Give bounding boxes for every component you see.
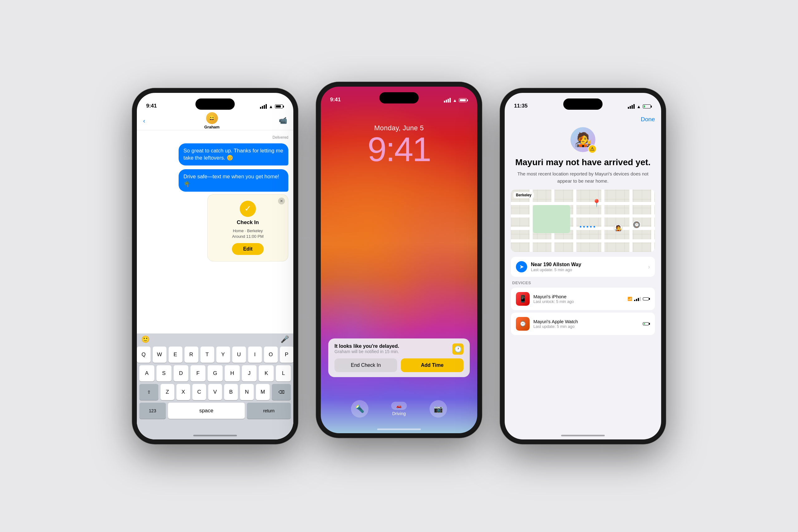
key-delete[interactable]: ⌫ (272, 384, 291, 400)
phone-lockscreen: 9:41 ▲ (317, 82, 481, 438)
chevron-right-icon: › (648, 264, 650, 270)
status-icons-3: ▲ (628, 104, 652, 109)
video-call-button[interactable]: 📹 (279, 117, 287, 125)
back-button[interactable]: ‹ (143, 117, 145, 125)
status-time-1: 9:41 (146, 103, 157, 109)
driving-indicator: 🚗 Driving (391, 402, 407, 416)
key-k[interactable]: K (259, 365, 274, 381)
key-u[interactable]: U (232, 346, 246, 363)
device-watch-card: ⌚ Mayuri's Apple Watch Last update: 5 mi… (511, 312, 655, 335)
done-button[interactable]: Done (641, 116, 655, 123)
key-return[interactable]: return (247, 403, 291, 419)
key-y[interactable]: Y (216, 346, 230, 363)
key-v[interactable]: V (208, 384, 222, 400)
check-in-close-button[interactable]: ✕ (278, 197, 285, 205)
iphone-icon: 📱 (516, 292, 530, 306)
key-h[interactable]: H (225, 365, 240, 381)
route-trail (580, 226, 595, 228)
keyboard-row-4: 123 space return (137, 400, 293, 422)
user-location-marker: 🧑‍🎤 (614, 224, 623, 232)
phone-messages: 9:41 ▲ (132, 89, 298, 444)
location-card[interactable]: ➤ Near 190 Allston Way Last update: 5 mi… (511, 257, 655, 277)
key-n[interactable]: N (240, 384, 254, 400)
keyboard-row-3: ⇧ Z X C V B N M ⌫ (137, 381, 293, 400)
notif-actions: End Check In Add Time (335, 358, 463, 372)
driving-label: Driving (392, 411, 406, 416)
notif-icon: 🕐 (452, 343, 463, 355)
checkin-title: Mayuri may not have arrived yet. (511, 157, 655, 168)
contact-name: Graham (204, 125, 220, 129)
status-icons-2: ▲ (444, 98, 468, 103)
keyboard-row-1: Q W E R T Y U I O P (137, 344, 293, 363)
map-view: 📍 🧑‍🎤 ⌚ (511, 189, 655, 252)
delivered-label: Delivered (142, 135, 288, 140)
flashlight-button[interactable]: 🔦 (351, 400, 368, 418)
key-m[interactable]: M (256, 384, 270, 400)
status-icons-1: ▲ (260, 104, 284, 109)
key-o[interactable]: O (264, 346, 278, 363)
key-t[interactable]: T (201, 346, 214, 363)
key-shift[interactable]: ⇧ (139, 384, 158, 400)
watch-name: Mayuri's Apple Watch (533, 319, 639, 324)
check-icon: ✓ (240, 201, 256, 217)
lock-time-area: Monday, June 5 9:41 (321, 124, 477, 167)
battery-icon-2 (459, 98, 468, 102)
checkin-body: 🧑‍🎤 ⚠ Mayuri may not have arrived yet. T… (505, 127, 661, 338)
keyboard-row-2: A S D F G H J K L (137, 363, 293, 381)
message-bubble-2: Drive safe—text me when you get home! 🌴 (178, 169, 289, 192)
key-q[interactable]: Q (137, 346, 151, 363)
location-last-update: Last update: 5 min ago (531, 267, 581, 272)
iphone-last-seen: Last unlock: 5 min ago (533, 299, 624, 304)
key-j[interactable]: J (242, 365, 257, 381)
lock-bottom-bar: 🔦 🚗 Driving 📷 (321, 400, 477, 418)
cell-signal-icon (634, 297, 641, 301)
edit-button[interactable]: Edit (232, 243, 264, 255)
checkin-header: Done (505, 112, 661, 127)
location-name: Near 190 Allston Way (531, 262, 581, 267)
signal-icon-2 (444, 98, 451, 102)
watch-status (643, 322, 650, 325)
end-check-in-button[interactable]: End Check In (335, 358, 397, 372)
key-z[interactable]: Z (160, 384, 174, 400)
mic-button[interactable]: 🎤 (281, 335, 289, 343)
keyboard: 🙂 🎤 Q W E R T Y U I O P (137, 334, 293, 439)
wifi-icon-2: ▲ (453, 98, 457, 103)
battery-icon-1 (275, 104, 284, 109)
location-icon: ➤ (516, 261, 527, 272)
checkin-description: The most recent location reported by May… (511, 170, 655, 185)
check-in-details: Home · Berkeley Around 11:00 PM (232, 228, 263, 239)
key-space[interactable]: space (168, 403, 245, 419)
key-r[interactable]: R (185, 346, 198, 363)
key-g[interactable]: G (208, 365, 223, 381)
message-bubble-1: So great to catch up. Thanks for letting… (178, 144, 289, 166)
key-x[interactable]: X (176, 384, 190, 400)
lock-time: 9:41 (321, 132, 477, 167)
key-i[interactable]: I (248, 346, 262, 363)
key-numbers[interactable]: 123 (139, 403, 166, 419)
emoji-button[interactable]: 🙂 (141, 335, 150, 343)
dynamic-island-1 (195, 98, 235, 110)
key-b[interactable]: B (224, 384, 238, 400)
key-a[interactable]: A (139, 365, 154, 381)
key-e[interactable]: E (169, 346, 182, 363)
user-memoji: 🧑‍🎤 ⚠ (570, 127, 595, 152)
battery-icon-3 (643, 104, 652, 109)
dynamic-island-3 (563, 98, 603, 110)
status-time-3: 11:35 (514, 103, 528, 109)
key-p[interactable]: P (280, 346, 293, 363)
add-time-button[interactable]: Add Time (401, 358, 463, 372)
key-w[interactable]: W (153, 346, 167, 363)
devices-section-label: DEVICES (511, 281, 655, 285)
status-time-2: 9:41 (330, 97, 341, 103)
wifi-icon-1: ▲ (269, 104, 273, 109)
iphone-status: 📶 (627, 297, 650, 301)
wifi-icon-3: ▲ (636, 104, 641, 109)
key-d[interactable]: D (174, 365, 189, 381)
key-f[interactable]: F (190, 365, 205, 381)
camera-button[interactable]: 📷 (430, 400, 447, 418)
key-c[interactable]: C (192, 384, 206, 400)
key-s[interactable]: S (156, 365, 171, 381)
watch-last-seen: Last update: 5 min ago (533, 324, 639, 329)
key-l[interactable]: L (276, 365, 291, 381)
notif-title: It looks like you're delayed. (335, 343, 399, 349)
